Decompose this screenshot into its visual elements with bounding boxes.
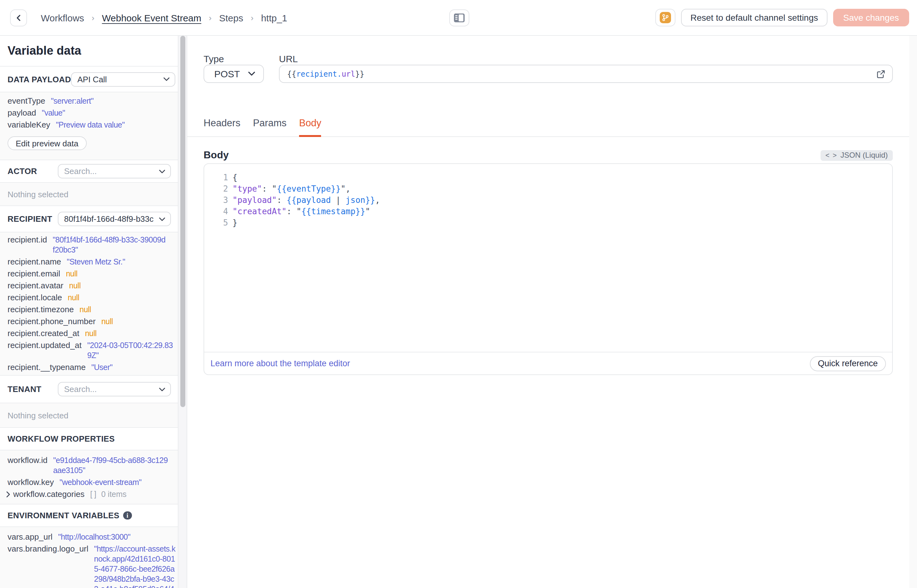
data-payload-row: DATA PAYLOAD API Call bbox=[0, 66, 178, 92]
tab-params[interactable]: Params bbox=[253, 118, 286, 137]
commit-branch-icon bbox=[660, 12, 671, 23]
editor-footer: Learn more about the template editor Qui… bbox=[204, 352, 892, 375]
data-payload-label: DATA PAYLOAD bbox=[8, 74, 71, 84]
save-changes-button[interactable]: Save changes bbox=[833, 9, 909, 26]
external-link-icon[interactable] bbox=[877, 69, 885, 78]
tab-body[interactable]: Body bbox=[299, 118, 321, 137]
info-icon[interactable]: i bbox=[123, 511, 132, 520]
back-button[interactable] bbox=[10, 9, 27, 26]
actor-select[interactable]: Search... bbox=[58, 164, 171, 178]
quick-reference-button[interactable]: Quick reference bbox=[810, 356, 886, 371]
version-button[interactable] bbox=[655, 9, 675, 26]
kv-value: "webhook-event-stream" bbox=[60, 477, 141, 488]
reset-default-channel-settings-button[interactable]: Reset to default channel settings bbox=[681, 9, 827, 26]
code-line: 3"payload": {{payload | json}}, bbox=[204, 195, 892, 206]
kv-row: recipient.localenull bbox=[8, 293, 170, 303]
chevron-down-icon bbox=[159, 387, 165, 391]
actor-row: ACTOR Search... bbox=[0, 160, 178, 182]
kv-row: workflow.categories[ ]0 items bbox=[8, 489, 170, 499]
tenant-empty-text: Nothing selected bbox=[8, 406, 170, 425]
kv-value: null bbox=[69, 281, 81, 291]
kv-key: vars.branding.logo_url bbox=[8, 544, 88, 554]
kv-row: eventType"server:alert" bbox=[8, 96, 170, 106]
sidebar-toggle-button[interactable] bbox=[449, 10, 469, 26]
kv-row: payload"value" bbox=[8, 108, 170, 118]
kv-value: null bbox=[68, 293, 79, 303]
payload-preview-panel: eventType"server:alert"payload"value"var… bbox=[0, 92, 178, 160]
variable-data-sidebar: Variable data DATA PAYLOAD API Call even… bbox=[0, 36, 178, 588]
breadcrumb-step-name[interactable]: http_1 bbox=[261, 12, 287, 23]
recipient-select[interactable]: 80f1f4bf-166d-48f9-b33c bbox=[58, 212, 171, 226]
kv-key: recipient.__typename bbox=[8, 362, 86, 373]
kv-value: null bbox=[101, 317, 113, 327]
actor-label: ACTOR bbox=[8, 166, 37, 176]
actor-placeholder: Search... bbox=[64, 166, 155, 176]
breadcrumb-workflow-name[interactable]: Webhook Event Stream bbox=[102, 12, 201, 23]
recipient-selected-value: 80f1f4bf-166d-48f9-b33c bbox=[64, 214, 155, 224]
kv-value: [ ] bbox=[90, 489, 96, 499]
sidebar-scrollbar-track[interactable] bbox=[178, 36, 187, 588]
tab-headers[interactable]: Headers bbox=[203, 118, 241, 137]
kv-key: workflow.key bbox=[8, 477, 54, 488]
sidebar-title: Variable data bbox=[0, 36, 178, 66]
recipient-rows: recipient.id"80f1f4bf-166d-48f9-b33c-390… bbox=[8, 235, 170, 373]
kv-row: recipient.updated_at"2024-03-05T00:42:29… bbox=[8, 341, 170, 360]
line-number: 2 bbox=[204, 183, 228, 195]
kv-key: eventType bbox=[8, 96, 45, 106]
code-line: 1{ bbox=[204, 172, 892, 183]
kv-key: recipient.id bbox=[8, 235, 47, 245]
kv-key: recipient.created_at bbox=[8, 328, 79, 339]
data-payload-selected-value: API Call bbox=[77, 74, 160, 84]
url-field: URL {{recipient.url}} bbox=[279, 53, 893, 83]
method-value: POST bbox=[214, 68, 240, 79]
url-value: {{recipient.url}} bbox=[287, 69, 365, 78]
breadcrumb-workflows[interactable]: Workflows bbox=[41, 12, 84, 23]
kv-value: "2024-03-05T00:42:29.83 9Z" bbox=[87, 341, 173, 360]
code-line: 2"type": "{{eventType}}", bbox=[204, 183, 892, 195]
workflow-properties-label: WORKFLOW PROPERTIES bbox=[8, 434, 115, 444]
url-label: URL bbox=[279, 53, 893, 65]
tenant-placeholder: Search... bbox=[64, 384, 155, 394]
breadcrumb-steps[interactable]: Steps bbox=[219, 12, 243, 23]
kv-row: recipient.created_atnull bbox=[8, 328, 170, 339]
template-editor-docs-link[interactable]: Learn more about the template editor bbox=[210, 359, 350, 368]
url-input[interactable]: {{recipient.url}} bbox=[279, 65, 893, 83]
tenant-label: TENANT bbox=[8, 384, 42, 394]
kv-key: variableKey bbox=[8, 120, 50, 130]
tenant-select[interactable]: Search... bbox=[58, 382, 171, 396]
chevron-left-icon bbox=[15, 14, 22, 21]
kv-row: vars.app_url"http://localhost:3000" bbox=[8, 532, 170, 542]
tenant-empty-panel: Nothing selected bbox=[0, 403, 178, 427]
breadcrumb-separator: › bbox=[209, 13, 212, 22]
tenant-row: TENANT Search... bbox=[0, 375, 178, 403]
kv-value: "Steven Metz Sr." bbox=[67, 257, 125, 267]
code-icon: < > bbox=[825, 152, 837, 159]
breadcrumb: Workflows › Webhook Event Stream › Steps… bbox=[41, 12, 287, 23]
code-editor[interactable]: 1{2"type": "{{eventType}}",3"payload": {… bbox=[204, 164, 892, 352]
kv-key: payload bbox=[8, 108, 36, 118]
method-select[interactable]: POST bbox=[203, 65, 264, 83]
recipient-data-panel: recipient.id"80f1f4bf-166d-48f9-b33c-390… bbox=[0, 232, 178, 375]
recipient-label: RECIPIENT bbox=[8, 214, 52, 224]
kv-key: recipient.updated_at bbox=[8, 341, 82, 351]
data-payload-select[interactable]: API Call bbox=[71, 72, 175, 86]
kv-key: recipient.avatar bbox=[8, 281, 63, 291]
main-scrollbar-gutter[interactable] bbox=[909, 36, 917, 588]
edit-preview-data-button[interactable]: Edit preview data bbox=[8, 136, 86, 150]
chevron-down-icon bbox=[159, 169, 165, 173]
kv-row: workflow.key"webhook-event-stream" bbox=[8, 477, 170, 488]
chevron-right-icon[interactable] bbox=[6, 491, 11, 498]
environment-variables-panel: vars.app_url"http://localhost:3000"vars.… bbox=[0, 527, 178, 588]
top-bar: Workflows › Webhook Event Stream › Steps… bbox=[0, 0, 917, 36]
kv-key: recipient.locale bbox=[8, 293, 62, 303]
kv-row: recipient.avatarnull bbox=[8, 281, 170, 291]
recipient-row: RECIPIENT 80f1f4bf-166d-48f9-b33c bbox=[0, 205, 178, 232]
payload-preview-rows: eventType"server:alert"payload"value"var… bbox=[8, 96, 170, 130]
actor-empty-text: Nothing selected bbox=[8, 185, 170, 203]
body-section-title: Body bbox=[203, 150, 229, 161]
actor-empty-panel: Nothing selected bbox=[0, 182, 178, 205]
template-editor: 1{2"type": "{{eventType}}",3"payload": {… bbox=[203, 163, 893, 375]
sidebar-scrollbar-thumb[interactable] bbox=[180, 36, 186, 407]
kv-key: recipient.phone_number bbox=[8, 317, 95, 327]
type-field: Type POST bbox=[203, 53, 264, 83]
